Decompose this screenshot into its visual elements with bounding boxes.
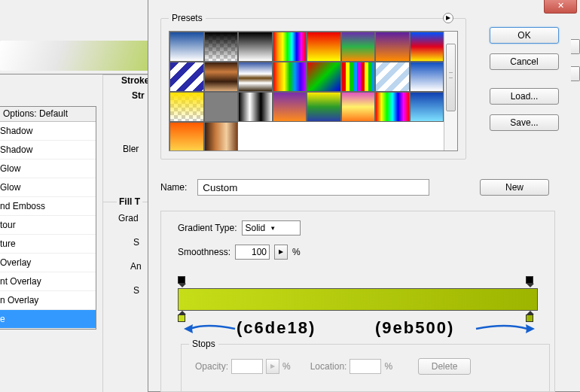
preset-swatch[interactable] (307, 32, 341, 62)
fx-options-header[interactable]: Options: Default (0, 107, 96, 122)
preset-swatch[interactable] (169, 62, 204, 92)
fx-item[interactable]: nd Emboss (0, 197, 96, 216)
percent-sign: % (282, 361, 291, 372)
fill-legend: Fill T (117, 196, 142, 207)
fx-item-active[interactable]: e (0, 310, 96, 329)
delete-button: Delete (418, 358, 471, 375)
stroke-row-label: S (103, 285, 151, 296)
stroke-legend: Stroke (118, 75, 151, 86)
presets-group: Presets ▶ (160, 18, 466, 160)
fx-item[interactable]: Shadow (0, 122, 96, 141)
behind-button-edge (571, 39, 580, 54)
new-button[interactable]: New (480, 179, 549, 196)
stops-group: Stops Opacity: ▶ % Location: % Delete (181, 344, 550, 392)
scroll-thumb[interactable] (446, 44, 456, 111)
behind-button-edge (571, 66, 580, 81)
chevron-down-icon: ▼ (270, 225, 276, 232)
preset-swatch[interactable] (204, 62, 239, 92)
load-button[interactable]: Load... (490, 88, 559, 105)
gradient-type-select[interactable]: Solid ▼ (242, 220, 301, 236)
presets-flyout-icon[interactable]: ▶ (443, 13, 453, 23)
layer-style-dialog: Stroke Str Bler Fill T Grad S An S Optio… (0, 74, 151, 392)
name-label: Name: (160, 182, 187, 193)
preset-swatch[interactable] (375, 62, 410, 92)
preset-swatch[interactable] (204, 32, 239, 62)
gradient-settings-group: Gradient Type: Solid ▼ Smoothness: 100 ▶… (160, 211, 555, 392)
gradient-type-label: Gradient Type: (178, 223, 237, 233)
gradient-editor-dialog: OK Cancel Load... Save... Presets ▶ (148, 0, 580, 392)
preset-swatch[interactable] (238, 92, 273, 122)
stroke-row-label: Grad (103, 213, 151, 223)
annotation-left-hex: (c6de18) (237, 318, 316, 338)
opacity-stop-right[interactable] (526, 276, 535, 287)
background-canvas (0, 41, 151, 71)
stroke-fieldset: Stroke Str Bler Fill T Grad S An S (102, 74, 151, 392)
stops-legend: Stops (189, 339, 218, 349)
opacity-label: Opacity: (195, 361, 228, 372)
preset-swatch[interactable] (307, 62, 341, 92)
preset-swatch[interactable] (341, 92, 376, 122)
preset-swatch[interactable] (169, 92, 204, 122)
color-stop-left[interactable] (178, 311, 187, 323)
preset-swatch[interactable] (238, 32, 273, 62)
dialog-side-buttons: OK Cancel Load... Save... (490, 27, 562, 141)
opacity-stop-left[interactable] (178, 276, 187, 287)
fx-list: Options: Default Shadow Shadow Glow Glow… (0, 106, 96, 330)
preset-swatch[interactable] (375, 92, 410, 122)
fx-item[interactable]: nt Overlay (0, 272, 96, 291)
close-button[interactable] (544, 0, 577, 14)
presets-scrollbar[interactable] (444, 32, 457, 150)
preset-swatch[interactable] (410, 32, 444, 62)
fx-item[interactable]: Shadow (0, 141, 96, 160)
annotation-arrow-right (476, 321, 535, 336)
percent-sign: % (384, 361, 392, 372)
preset-swatch[interactable] (273, 32, 307, 62)
percent-sign: % (292, 247, 301, 257)
name-row: Name: (160, 179, 429, 196)
fx-item[interactable]: tour (0, 216, 96, 235)
preset-swatch[interactable] (273, 62, 307, 92)
preset-swatch[interactable] (204, 92, 239, 122)
smoothness-label: Smoothness: (178, 247, 230, 257)
fx-item[interactable]: n Overlay (0, 291, 96, 310)
stroke-row-label: S (103, 237, 151, 248)
fx-item[interactable]: Glow (0, 160, 96, 178)
fx-item[interactable]: ture (0, 235, 96, 254)
annotation-right-hex: (9eb500) (375, 318, 454, 338)
gradient-track[interactable] (178, 288, 538, 311)
gradient-type-value: Solid (246, 223, 266, 233)
stroke-rows: Bler (103, 135, 151, 163)
preset-swatch-grid (169, 32, 444, 150)
stroke-row-label: Bler (103, 135, 151, 163)
location-label: Location: (310, 361, 347, 372)
fx-item[interactable]: Overlay (0, 254, 96, 272)
ok-button[interactable]: OK (490, 27, 559, 44)
color-stop-right[interactable] (526, 311, 535, 323)
preset-swatch[interactable] (307, 92, 341, 122)
preset-swatch[interactable] (410, 92, 444, 122)
opacity-input (231, 359, 263, 374)
smoothness-stepper[interactable]: ▶ (274, 245, 288, 260)
presets-inner (169, 31, 458, 151)
fx-item[interactable]: Glow (0, 178, 96, 197)
presets-legend: Presets (169, 13, 206, 23)
preset-swatch[interactable] (410, 62, 444, 92)
annotation-arrow-left (184, 321, 235, 336)
preset-swatch[interactable] (341, 62, 376, 92)
preset-swatch[interactable] (238, 62, 273, 92)
opacity-stepper: ▶ (266, 359, 279, 374)
location-input (350, 359, 381, 374)
gradient-track-wrap: (c6de18) (9eb500) (178, 276, 538, 324)
smoothness-input[interactable]: 100 (235, 245, 270, 260)
preset-swatch[interactable] (375, 32, 410, 62)
name-input[interactable] (197, 179, 429, 196)
preset-swatch[interactable] (169, 122, 204, 150)
preset-swatch[interactable] (169, 32, 204, 62)
cancel-button[interactable]: Cancel (490, 53, 559, 70)
stroke-row-label: An (103, 261, 151, 272)
save-button[interactable]: Save... (490, 114, 559, 131)
preset-swatch[interactable] (204, 122, 239, 150)
close-icon (557, 0, 564, 11)
preset-swatch[interactable] (273, 92, 307, 122)
preset-swatch[interactable] (341, 32, 376, 62)
